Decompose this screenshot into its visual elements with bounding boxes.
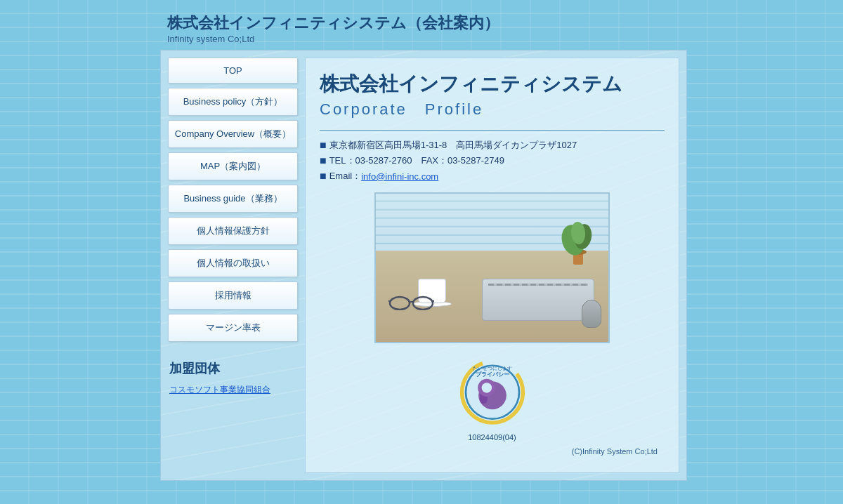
svg-point-16: [481, 383, 491, 392]
svg-line-4: [433, 300, 434, 302]
content-area: 株式会社インフィニティシステム Corporate Profile ■ 東京都新…: [305, 58, 679, 473]
sunglasses: [388, 295, 434, 310]
privacy-number: 10824409(04): [468, 433, 516, 442]
page-header: 株式会社インフィニティシステム（会社案内） Infinity system Co…: [0, 0, 843, 50]
address-row: ■ 東京都新宿区高田馬場1-31-8 高田馬場ダイカンプラザ1027: [320, 139, 665, 152]
desk-surface: [376, 251, 608, 342]
contact-info: ■ 東京都新宿区高田馬場1-31-8 高田馬場ダイカンプラザ1027 ■ TEL…: [320, 139, 665, 183]
email-bullet: ■: [320, 170, 327, 183]
main-container: TOP Business policy（方針） Company Overview…: [160, 50, 687, 481]
nav-map[interactable]: MAP（案内図）: [168, 152, 298, 180]
keyboard: [482, 279, 594, 321]
privacy-badge-container: たいせつにします プライバシー 10824409(04): [320, 357, 665, 442]
company-name-en: Corporate Profile: [320, 99, 665, 120]
nav-personal-info[interactable]: 個人情報の取扱い: [168, 249, 298, 277]
association-title: 加盟団体: [169, 360, 296, 377]
email-row: ■ Email： info@infini-inc.com: [320, 170, 665, 183]
svg-text:たいせつにします: たいせつにします: [473, 365, 512, 371]
office-scene: [376, 194, 608, 342]
association-link[interactable]: コスモソフト事業協同組合: [169, 385, 270, 394]
nav-company-overview[interactable]: Company Overview（概要）: [168, 120, 298, 148]
email-link[interactable]: info@infini-inc.com: [361, 171, 438, 182]
tel-text: TEL：03-5287-2760 FAX：03-5287-2749: [329, 154, 504, 167]
page-title: 株式会社インフィニティシステム（会社案内）: [167, 13, 843, 34]
sidebar: TOP Business policy（方針） Company Overview…: [168, 58, 298, 473]
nav-business-guide[interactable]: Business guide（業務）: [168, 185, 298, 213]
email-label: Email：: [329, 170, 362, 183]
blind-slat-1: [376, 194, 608, 201]
office-image: [374, 192, 610, 343]
association-section: 加盟団体 コスモソフト事業協同組合: [168, 356, 298, 400]
nav-privacy-policy[interactable]: 個人情報保護方針: [168, 217, 298, 245]
svg-point-0: [390, 297, 410, 310]
nav-business-policy[interactable]: Business policy（方針）: [168, 88, 298, 116]
plant: [561, 208, 596, 267]
tel-row: ■ TEL：03-5287-2760 FAX：03-5287-2749: [320, 154, 665, 167]
svg-point-1: [413, 297, 433, 310]
address-bullet: ■: [320, 139, 327, 152]
svg-line-3: [388, 300, 390, 302]
footer-copyright: (C)Infinity System Co;Ltd: [320, 442, 665, 458]
address-text: 東京都新宿区高田馬場1-31-8 高田馬場ダイカンプラザ1027: [329, 139, 577, 152]
company-name-jp: 株式会社インフィニティシステム: [320, 71, 665, 98]
nav-recruitment[interactable]: 採用情報: [168, 281, 298, 310]
privacy-badge-svg: たいせつにします プライバシー: [454, 357, 531, 430]
privacy-badge: たいせつにします プライバシー 10824409(04): [457, 357, 528, 442]
divider: [320, 130, 665, 131]
svg-text:プライバシー: プライバシー: [476, 371, 509, 378]
mouse: [582, 300, 601, 328]
tel-bullet: ■: [320, 154, 327, 167]
page-subtitle: Infinity system Co;Ltd: [167, 34, 843, 44]
nav-top[interactable]: TOP: [168, 58, 298, 84]
nav-margin[interactable]: マージン率表: [168, 314, 298, 342]
